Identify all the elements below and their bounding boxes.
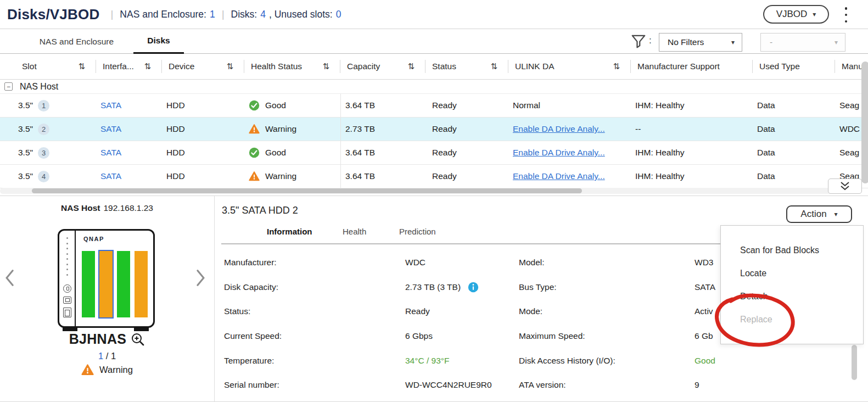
filter-funnel-icon bbox=[630, 34, 647, 50]
tab-health[interactable]: Health bbox=[343, 227, 399, 243]
page-title: Disks/VJBOD bbox=[7, 6, 99, 23]
enclosure-status: Warning bbox=[0, 364, 214, 376]
overflow-menu-icon[interactable] bbox=[842, 7, 850, 23]
field-label: Serial number: bbox=[224, 380, 405, 390]
drive-bay-4[interactable] bbox=[135, 251, 148, 317]
info-icon[interactable] bbox=[468, 282, 479, 293]
tab-prediction[interactable]: Prediction bbox=[399, 227, 465, 243]
field-value: WD-WCC4N2RUE9R0 bbox=[405, 380, 519, 390]
column-header-device[interactable]: Device ⇅ bbox=[162, 54, 244, 79]
column-header-used-type[interactable]: Used Type bbox=[753, 54, 835, 79]
separator: | bbox=[222, 8, 225, 20]
interface-link[interactable]: SATA bbox=[100, 124, 121, 134]
menu-item-scan-for-bad-blocks[interactable]: Scan for Bad Blocks bbox=[721, 239, 863, 262]
interface-link[interactable]: SATA bbox=[100, 101, 121, 110]
filter-dropdown[interactable]: No Filters ▾ bbox=[659, 33, 742, 52]
tab-nas-and-enclosure[interactable]: NAS and Enclosure bbox=[34, 29, 119, 54]
field-label: Mode: bbox=[519, 306, 695, 316]
disks-table: Slot ⇅ Interfa... ⇅ Device ⇅ Health Stat… bbox=[0, 54, 868, 188]
field-label: Status: bbox=[224, 306, 405, 316]
column-header-interface[interactable]: Interfa... ⇅ bbox=[96, 54, 162, 79]
collapse-group-icon[interactable]: − bbox=[4, 82, 13, 91]
interface-link[interactable]: SATA bbox=[100, 171, 121, 181]
table-header-row: Slot ⇅ Interfa... ⇅ Device ⇅ Health Stat… bbox=[0, 54, 868, 80]
field-value: Ready bbox=[405, 306, 519, 316]
warning-icon bbox=[81, 364, 94, 376]
sort-icon[interactable]: ⇅ bbox=[78, 62, 85, 71]
menu-item-locate[interactable]: Locate bbox=[721, 262, 863, 285]
enable-da-link[interactable]: Enable DA Drive Analy... bbox=[513, 124, 605, 134]
action-button[interactable]: Action ▾ bbox=[786, 205, 852, 223]
filter-secondary-dropdown[interactable]: - ▾ bbox=[760, 33, 845, 52]
horizontal-scrollbar[interactable] bbox=[0, 188, 848, 194]
menu-item-replace-disabled[interactable]: Replace bbox=[721, 308, 863, 331]
column-header-ulink-da[interactable]: ULINK DA ⇅ bbox=[508, 54, 631, 79]
field-value: 9 bbox=[695, 380, 855, 390]
bay-number-badge: 4 bbox=[38, 171, 49, 182]
tab-information[interactable]: Information bbox=[267, 227, 343, 243]
carousel-previous-button[interactable] bbox=[3, 269, 15, 287]
sort-icon[interactable]: ⇅ bbox=[144, 62, 151, 71]
enclosure-foot bbox=[63, 327, 77, 331]
table-vertical-scrollbar-thumb[interactable] bbox=[861, 62, 868, 183]
field-label: Maximum Speed: bbox=[519, 331, 695, 341]
usb-port-icon bbox=[63, 308, 71, 317]
caret-down-icon: ▾ bbox=[835, 39, 838, 46]
sort-icon[interactable]: ⇅ bbox=[490, 62, 497, 71]
disk-detail-title: 3.5" SATA HDD 2 bbox=[222, 205, 298, 216]
enclosure-foot bbox=[134, 327, 149, 331]
table-row-disk-4[interactable]: 3.5" 4 SATA HDD Warning 3.64 TB Ready En… bbox=[0, 165, 868, 188]
detail-vertical-scrollbar-thumb[interactable] bbox=[852, 345, 857, 380]
sort-icon[interactable]: ⇅ bbox=[226, 62, 233, 71]
field-label: Current Speed: bbox=[224, 331, 405, 341]
action-dropdown-menu: Scan for Bad Blocks Locate Detach Replac… bbox=[720, 225, 864, 344]
field-value-temperature: 34°C / 93°F bbox=[405, 356, 519, 366]
group-label: NAS Host bbox=[20, 82, 58, 92]
sort-icon[interactable]: ⇅ bbox=[407, 62, 415, 71]
double-chevron-down-icon bbox=[839, 181, 851, 191]
column-header-manufacturer-support[interactable]: Manufacturer Support bbox=[631, 54, 753, 79]
stat-unused-value: 0 bbox=[336, 9, 341, 20]
nas-enclosure-illustration[interactable]: QNAP bbox=[58, 229, 155, 328]
stat-disks-value: 4 bbox=[260, 9, 266, 20]
health-good-icon bbox=[249, 147, 260, 158]
interface-link[interactable]: SATA bbox=[100, 148, 121, 158]
stat-disks-label: Disks: bbox=[231, 9, 257, 20]
carousel-next-button[interactable] bbox=[195, 269, 207, 287]
device-panel: NAS Host192.168.1.23 QNAP bbox=[0, 196, 215, 402]
host-label: NAS Host bbox=[61, 203, 100, 213]
sort-icon[interactable]: ⇅ bbox=[613, 62, 620, 71]
column-header-status[interactable]: Status ⇅ bbox=[425, 54, 508, 79]
field-value: 2.73 TB (3 TB) bbox=[405, 282, 519, 293]
column-header-capacity[interactable]: Capacity ⇅ bbox=[340, 54, 425, 79]
enable-da-link[interactable]: Enable DA Drive Analy... bbox=[513, 148, 605, 158]
led-dots bbox=[59, 237, 75, 276]
menu-item-detach[interactable]: Detach bbox=[721, 285, 863, 308]
drive-bay-1[interactable] bbox=[82, 251, 95, 317]
table-row-disk-2-selected[interactable]: 3.5" 2 SATA HDD Warning 2.73 TB Ready En… bbox=[0, 118, 868, 141]
device-selector-dropdown[interactable]: VJBOD ▾ bbox=[763, 5, 829, 24]
collapse-panel-button[interactable] bbox=[828, 178, 862, 194]
host-ip: 192.168.1.23 bbox=[103, 203, 153, 213]
health-warning-icon bbox=[249, 124, 260, 135]
qnap-logo: QNAP bbox=[83, 236, 104, 242]
enclosure-status-text: Warning bbox=[99, 365, 133, 375]
tabs-bar: NAS and Enclosure Disks : No Filters ▾ -… bbox=[0, 29, 868, 54]
tab-disks[interactable]: Disks bbox=[133, 29, 184, 54]
stat-nas-value: 1 bbox=[210, 9, 215, 20]
sort-icon[interactable]: ⇅ bbox=[322, 62, 329, 71]
column-header-health-status[interactable]: Health Status ⇅ bbox=[244, 54, 340, 79]
caret-down-icon: ▾ bbox=[835, 211, 838, 217]
enable-da-link[interactable]: Enable DA Drive Analy... bbox=[513, 171, 605, 181]
health-warning-icon bbox=[249, 171, 260, 182]
filter-colon: : bbox=[649, 35, 652, 46]
drive-bay-2-selected[interactable] bbox=[99, 251, 113, 317]
field-label: Temperature: bbox=[224, 356, 405, 366]
field-value-disk-access: Good bbox=[695, 356, 855, 366]
column-header-slot[interactable]: Slot ⇅ bbox=[0, 54, 96, 79]
drive-bay-3[interactable] bbox=[117, 251, 130, 317]
horizontal-scrollbar-thumb[interactable] bbox=[32, 188, 582, 193]
zoom-in-magnifier-icon[interactable] bbox=[131, 332, 145, 347]
table-row-disk-3[interactable]: 3.5" 3 SATA HDD Good 3.64 TB Ready Enabl… bbox=[0, 141, 868, 165]
table-row-disk-1[interactable]: 3.5" 1 SATA HDD Good 3.64 TB Ready Norma… bbox=[0, 94, 868, 118]
